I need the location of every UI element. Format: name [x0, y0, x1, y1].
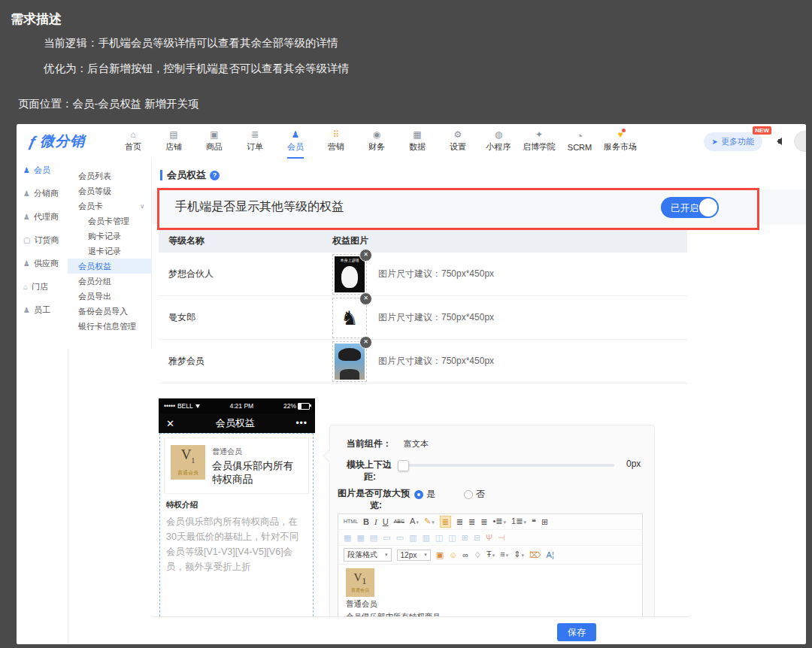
submenu-item[interactable]: 会员等级: [68, 183, 151, 198]
toolbar-icon[interactable]: ☺: [449, 550, 457, 560]
privilege-section-title: 特权介绍: [166, 500, 307, 510]
toolbar-table-icon[interactable]: ▦: [356, 532, 364, 543]
submenu-item[interactable]: 退卡记录: [68, 244, 151, 259]
toolbar-icon[interactable]: A: [410, 516, 419, 528]
app-logo[interactable]: ƒ 微分销: [17, 132, 113, 151]
toolbar-table-icon[interactable]: ▦: [344, 532, 351, 543]
submenu-item[interactable]: 会员权益: [68, 259, 151, 274]
top-nav-item[interactable]: ◉ 财务: [356, 124, 397, 159]
save-button[interactable]: 保存: [557, 623, 596, 641]
top-nav-item[interactable]: ⌂ 首页: [113, 124, 153, 159]
toolbar-icon[interactable]: ABC: [394, 516, 404, 527]
slider-handle[interactable]: [398, 460, 409, 471]
toolbar-icon[interactable]: ❝: [532, 516, 536, 527]
toolbar-icon[interactable]: B: [363, 516, 369, 527]
top-nav-item[interactable]: ▤ 店铺: [153, 124, 194, 159]
sidebar-item[interactable]: ♟ 供应商: [17, 252, 68, 275]
submenu-item[interactable]: 备份会员导入: [68, 304, 151, 319]
sidebar-item[interactable]: ♟ 代理商: [17, 205, 68, 229]
user-avatar[interactable]: [794, 131, 806, 152]
top-nav-item[interactable]: ⚙ 设置: [438, 124, 478, 159]
admin-screenshot: ƒ 微分销 ⌂ 首页 ▤ 店铺 ▣ 商品: [17, 124, 806, 644]
benefit-image-upload[interactable]: ✕: [332, 341, 367, 382]
sidebar-item[interactable]: ♟ 会员: [17, 159, 68, 182]
toolbar-table-icon[interactable]: ◫: [448, 532, 456, 543]
toolbar-icon[interactable]: ∞: [462, 550, 468, 560]
top-nav-item[interactable]: ≣ 订单: [235, 124, 275, 159]
submenu-item[interactable]: 会员导出: [68, 289, 151, 304]
editor-content[interactable]: V1 普通会员 普通会员 会员俱乐部内所有特权商品 特权介绍: [338, 564, 642, 617]
margin-slider[interactable]: [398, 464, 614, 467]
benefit-image: [335, 344, 365, 380]
sidebar-item[interactable]: ⌂ 门店: [17, 275, 68, 298]
toolbar-icon[interactable]: A¦: [547, 550, 554, 560]
toolbar-table-icon[interactable]: ▭: [396, 532, 404, 543]
toolbar-icon[interactable]: I: [374, 516, 377, 527]
toolbar-icon[interactable]: ≡: [500, 549, 508, 561]
toolbar-table-icon[interactable]: ⊟: [474, 532, 480, 543]
phone-page-title: 会员权益: [216, 416, 255, 430]
benefit-image-upload[interactable]: ✕: [332, 254, 367, 295]
toolbar-table-icon[interactable]: Ψ: [486, 532, 492, 543]
toolbar-table-icon[interactable]: ▭: [383, 532, 390, 543]
toolbar-table-icon[interactable]: ▥: [409, 532, 417, 543]
toolbar-icon[interactable]: ♢: [474, 550, 481, 560]
submenu-item[interactable]: 银行卡信息管理: [68, 319, 151, 334]
remove-image-icon[interactable]: ✕: [359, 336, 372, 349]
top-nav-item[interactable]: ◍ 小程序: [478, 124, 519, 159]
radio-no[interactable]: 否: [464, 488, 485, 501]
toolbar-icon[interactable]: ≣: [456, 516, 463, 527]
sidebar-item[interactable]: ♟ 员工: [17, 298, 68, 322]
toolbar-icon[interactable]: HTML: [344, 516, 358, 527]
more-menu-icon[interactable]: •••: [295, 418, 308, 428]
toolbar-icon[interactable]: 1≣: [511, 516, 526, 528]
font-size-select[interactable]: 12px ▾: [397, 550, 431, 561]
toolbar-icon[interactable]: ✎: [424, 516, 435, 528]
richtext-component-selection[interactable]: V1 普通会员 普通会员 会员俱乐部内所有特权商品 特权介绍 会员俱乐部内所有特…: [159, 433, 314, 624]
top-nav-item[interactable]: ▦ 数据: [397, 124, 438, 159]
top-nav-item[interactable]: ▣ 商品: [194, 124, 235, 159]
toolbar-icon[interactable]: Ŧ: [486, 549, 495, 561]
toolbar-icon[interactable]: ⊞: [541, 516, 548, 527]
current-component-label: 当前组件：: [347, 438, 392, 450]
close-icon[interactable]: ✕: [166, 418, 174, 429]
toolbar-icon[interactable]: ▣: [436, 550, 444, 560]
sidebar-item[interactable]: ♟ 分销商: [17, 182, 68, 205]
toolbar-table-icon[interactable]: ▥: [422, 532, 429, 543]
toolbar-icon[interactable]: •≣: [493, 516, 507, 528]
submenu-item[interactable]: 购卡记录: [68, 229, 151, 244]
show-other-levels-toggle[interactable]: 已开启: [661, 197, 719, 218]
top-nav-item[interactable]: ♟ 会员: [275, 124, 316, 159]
submenu-item[interactable]: 会员卡管理: [68, 213, 151, 229]
toolbar-icon[interactable]: ≣: [440, 516, 451, 528]
top-nav-item[interactable]: ♥ 服务市场: [600, 124, 641, 159]
toolbar-table-icon[interactable]: ⊣: [498, 532, 505, 543]
submenu-item[interactable]: 会员分组: [68, 274, 151, 289]
top-nav-item[interactable]: ⠿ 营销: [316, 124, 356, 159]
toolbar-icon[interactable]: ≣: [468, 516, 475, 527]
toolbar-icon[interactable]: ⇕: [514, 549, 524, 561]
submenu-item[interactable]: 会员卡 ∨: [68, 198, 151, 213]
help-icon[interactable]: ?: [210, 171, 220, 180]
radio-yes[interactable]: 是: [414, 488, 435, 501]
top-nav-item[interactable]: ◔ SCRM: [559, 124, 600, 159]
toolbar-icon[interactable]: ≣: [480, 516, 487, 527]
sidebar-item[interactable]: ▢ 订货商: [17, 229, 68, 252]
more-features-button[interactable]: ➤ 更多功能 NEW: [704, 132, 762, 151]
signal-dots-icon: •••••: [164, 402, 175, 410]
paragraph-format-select[interactable]: 段落格式 ▾: [344, 548, 392, 562]
toolbar-icon[interactable]: ⌦: [529, 550, 541, 560]
toolbar-icon[interactable]: U: [383, 516, 389, 527]
toolbar-table-icon[interactable]: ⊞: [462, 532, 468, 543]
remove-image-icon[interactable]: ✕: [359, 249, 372, 262]
primary-sidebar: ♟ 会员 ♟ 分销商 ♟ 代理商 ▢ 订货商 ♟ 供应商: [17, 159, 68, 644]
member-icon: ♟: [292, 130, 300, 140]
toggle-knob: [699, 198, 717, 217]
announcement-speaker-icon[interactable]: [773, 138, 782, 145]
benefit-image-upload[interactable]: ✕: [332, 298, 367, 338]
top-nav-item[interactable]: ✦ 启博学院: [519, 124, 559, 159]
submenu-item[interactable]: 会员列表: [68, 168, 151, 183]
toolbar-table-icon[interactable]: ◫: [435, 532, 443, 543]
remove-image-icon[interactable]: ✕: [359, 292, 372, 305]
toolbar-table-icon[interactable]: ▤: [370, 532, 377, 543]
